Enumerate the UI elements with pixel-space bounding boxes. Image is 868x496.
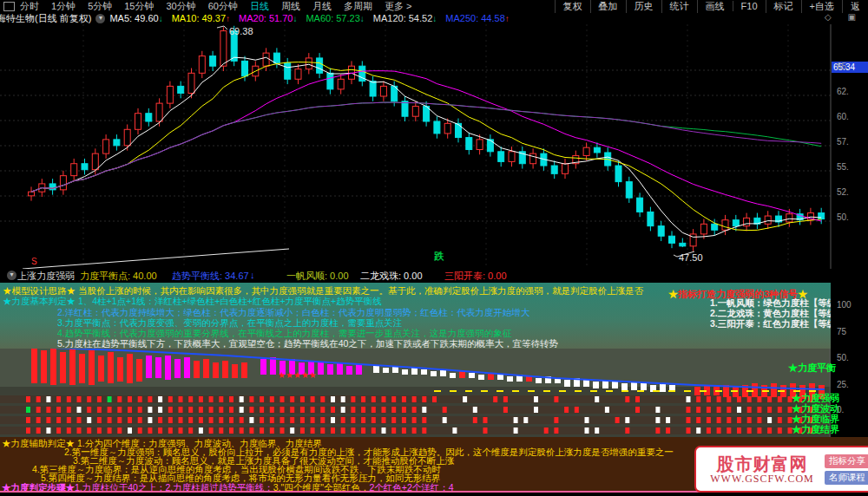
balance-point-value: 力度平衡点: 40.00 <box>80 270 157 283</box>
window-icon[interactable] <box>3 2 15 11</box>
tab-multi-period[interactable]: 多周期 <box>344 0 372 13</box>
collapse-chevron-icon[interactable]: ▾ <box>95 14 105 23</box>
overlay-line-6: 5.力度柱在趋势平衡线下方，下跌概率大，宜观望空仓；趋势平衡线在40之下，加速下… <box>57 339 558 349</box>
pane-axis-label: 100 <box>837 300 852 310</box>
menu-overlay[interactable]: 叠加 <box>590 0 626 13</box>
legend-item-3: 3.三阳开泰：红色力度柱【等级】★★★力 <box>710 318 831 329</box>
watermark-url: WWW.GSCFW.COM <box>700 473 825 485</box>
tab-more[interactable]: 更多 > <box>385 0 411 13</box>
price-axis-label: 50. <box>837 212 849 222</box>
indicator-header: ▾ 上涨力度强弱 力度平衡点: 40.00 趋势平衡线: 34.67 ↓ 一帆风… <box>0 269 868 283</box>
indicator-collapse-icon[interactable]: ▾ <box>7 271 16 280</box>
tab-weekly[interactable]: 周线 <box>281 0 300 13</box>
corner-icons[interactable]: ◇ ▣ <box>825 12 863 22</box>
tab-monthly[interactable]: 月线 <box>312 0 332 13</box>
overlay-line-1: ★模型设计思路★ 当股价上涨的时候，其内在影响因素很多，其中力度强弱就是重要因素… <box>3 286 643 296</box>
ma10-value: MA10: 49.37↑ <box>172 13 230 23</box>
overlay-line-2: ★力度基本判定★ 1、4柱+1点+1线：洋红柱+绿色柱+白色柱+红色柱+力度平衡… <box>3 297 382 306</box>
menu-stats[interactable]: 统计 <box>661 0 697 13</box>
svg-text:★★★★★: ★★★★★ <box>278 370 317 380</box>
fall-tag: 跌 <box>434 250 444 263</box>
yifanfengshun-value: 一帆风顺: 0.00 <box>286 270 349 283</box>
menu-drawline[interactable]: 画线 <box>697 0 733 13</box>
pane-axis-label: 25. <box>837 380 849 389</box>
top-right-menu: 复权 叠加 历史 统计 画线 F10 标记 +自选 返 <box>555 0 868 12</box>
tab-5min[interactable]: 5分钟 <box>88 0 112 13</box>
overlay-line-5: 4.趋势平衡线：代表力度强弱的重要分界线，在平衡线之上的力度柱，需要进一步重点关… <box>57 329 511 338</box>
menu-return-partial[interactable]: 返 <box>842 0 868 13</box>
ma5-value: MA5: 49.60↓ <box>109 13 162 23</box>
label-lidujiejie: ★力度结界 <box>792 423 839 436</box>
badge-teacher-course: 名师课程 <box>825 471 868 485</box>
overlay-line-3: 2.洋红柱：代表力度持续增大；绿色柱：代表力度逐渐减小；白色柱：代表力度明显弱势… <box>57 308 529 317</box>
trend-balance-value: 趋势平衡线: 34.67 <box>172 270 249 283</box>
pane-axis-label: 0. <box>837 405 844 414</box>
menu-mark[interactable]: 标记 <box>766 0 801 13</box>
sanyangkaitai-value: 三阳开泰: 0.00 <box>444 270 507 283</box>
price-axis-label: 55. <box>837 162 849 172</box>
price-axis-label: 65. <box>837 62 849 71</box>
ma120-value: MA120: 54.52↓ <box>373 13 437 23</box>
price-axis-label: 60. <box>837 112 849 121</box>
menu-fuquan[interactable]: 复权 <box>555 0 590 13</box>
tab-60min[interactable]: 60分钟 <box>208 0 238 13</box>
signal-legend-list: 1.一帆风顺：绿色力度柱【等级】★ 力 2.二龙戏珠：黄色力度柱【等级】★★ 力… <box>710 297 831 329</box>
price-axis-label: 52. <box>837 187 849 197</box>
pane-axis-label: 50. <box>837 353 849 362</box>
price-axis-label: 57. <box>837 137 849 147</box>
menu-history[interactable]: 历史 <box>626 0 661 13</box>
overlay-line-4: 3.力度平衡点：代表力度变强、变弱的分界点，在平衡点之上的力度柱，需要重点关注 <box>57 318 402 328</box>
price-axis-label: 62. <box>837 87 849 96</box>
watermark-title: 股市财富网 <box>700 454 825 473</box>
tab-1min[interactable]: 1分钟 <box>51 0 76 13</box>
indicator-name[interactable]: 上涨力度强弱 <box>17 270 75 283</box>
trendline-s-tag: S <box>31 257 37 266</box>
ma60-value: MA60: 57.23↓ <box>306 13 364 23</box>
pane-axis-label: 75 <box>837 327 846 336</box>
stock-title: 海特生物(日线 前复权) <box>0 12 91 25</box>
tab-30min[interactable]: 30分钟 <box>167 0 196 13</box>
ma20-value: MA20: 51.70↓ <box>239 13 297 23</box>
tab-15min[interactable]: 15分钟 <box>124 0 154 13</box>
tab-daily[interactable]: 日线 <box>250 0 269 13</box>
legend-item-2: 2.二龙戏珠：黄色力度柱【等级】★★ 力 <box>710 308 831 318</box>
watermark-card: 股市财富网 WWW.GSCFW.COM 指标分享 名师课程 <box>694 446 868 493</box>
badge-indicator-share: 指标分享 <box>825 454 868 468</box>
label-lidupingheng: ★力度平衡 <box>788 362 836 375</box>
menu-add-watchlist[interactable]: +自选 <box>801 0 842 13</box>
erlongxizhu-value: 二龙戏珠: 0.00 <box>360 270 423 283</box>
ma250-value: MA250: 44.58↑ <box>445 13 510 23</box>
candlestick-chart[interactable] <box>0 24 868 269</box>
low-price-annotation: 47.50 <box>679 252 703 263</box>
tab-fenshi[interactable]: 分时 <box>20 0 39 13</box>
high-price-annotation: 69.38 <box>229 26 253 36</box>
menu-f10[interactable]: F10 <box>733 1 766 11</box>
signal-title: ★指标打造力度强弱的3种信号★ <box>668 288 807 301</box>
trend-balance-arrow: ↓ <box>250 270 255 280</box>
info-bar: 海特生物(日线 前复权) ▾ MA5: 49.60↓ MA10: 49.37↑ … <box>0 12 868 24</box>
aux-line-5: 5.第四维度～力度结界：是从描向思维的角度考虑，将市场的无形力量看作无形压力，如… <box>41 473 440 482</box>
